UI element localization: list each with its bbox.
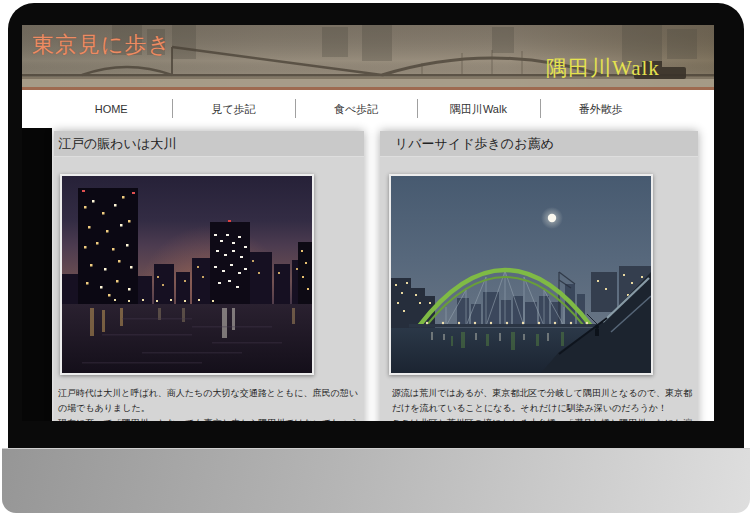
desktop-mockup: 東京見に歩き 隅田川Walk HOME 見て歩記 食べ歩記 隅田川Walk 番外…: [0, 0, 752, 517]
page-content: 江戸の賑わいは大川: [22, 128, 714, 421]
night-skyline-photo: [60, 174, 314, 375]
site-title: 東京見に歩き: [32, 30, 171, 60]
article-body: 源流は荒川ではあるが、東京都北区で分岐して隅田川となるので、東京都だけを流れてい…: [392, 386, 692, 421]
nav-item-tabe-aruki[interactable]: 食べ歩記: [295, 90, 417, 128]
site-header: 東京見に歩き 隅田川Walk: [22, 25, 714, 90]
paragraph: 源流は荒川ではあるが、東京都北区で分岐して隅田川となるので、東京都だけを流れてい…: [392, 386, 692, 416]
article-riverside-walk: リバーサイド歩きのお薦め: [380, 131, 698, 421]
nav-item-home[interactable]: HOME: [50, 90, 172, 128]
paragraph: 現在に至って「隅田川」となっても東京と来たら隅田川ではないでしょうか。: [58, 416, 360, 421]
monitor-stand: [2, 448, 750, 513]
main-nav: HOME 見て歩記 食べ歩記 隅田川Walk 番外散歩: [50, 90, 662, 128]
arch-bridge-photo: [389, 174, 653, 375]
article-edo-okawa: 江戸の賑わいは大川: [54, 131, 364, 421]
paragraph: 江戸時代は大川と呼ばれ、商人たちの大切な交通路とともに、庶民の憩いの場でもありま…: [58, 386, 360, 416]
article-heading: リバーサイド歩きのお薦め: [380, 131, 698, 157]
left-margin-strip: [22, 128, 52, 421]
site-subtitle: 隅田川Walk: [546, 54, 660, 82]
article-heading: 江戸の賑わいは大川: [54, 131, 364, 157]
nav-item-sumidagawa[interactable]: 隅田川Walk: [417, 90, 539, 128]
article-body: 江戸時代は大川と呼ばれ、商人たちの大切な交通路とともに、庶民の憩いの場でもありま…: [58, 386, 360, 421]
paragraph: ここは北区と荒川区の境にかかる小台橋、「満月と橋と隅田川」なにか演歌の世界。: [392, 416, 692, 421]
nav-item-mite-aruki[interactable]: 見て歩記: [172, 90, 294, 128]
browser-screen: 東京見に歩き 隅田川Walk HOME 見て歩記 食べ歩記 隅田川Walk 番外…: [22, 25, 714, 421]
nav-item-bangai[interactable]: 番外散歩: [540, 90, 662, 128]
